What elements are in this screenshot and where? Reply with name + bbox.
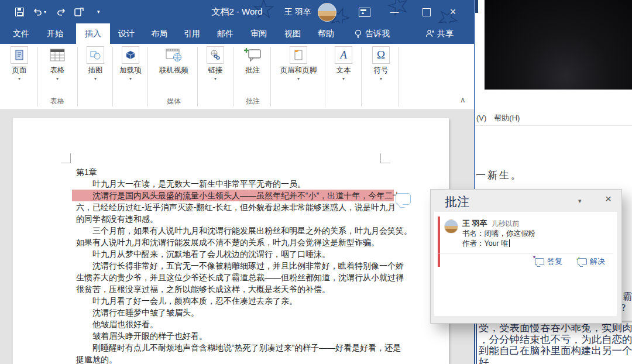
- header-footer-button[interactable]: 页眉和页脚 ▾: [273, 46, 324, 81]
- chevron-down-icon: ▾: [18, 76, 20, 81]
- user-avatar[interactable]: [318, 3, 336, 22]
- document-page[interactable]: 第1章 叶九月大一在读，是无数大一新生中非常平平无奇的一员。 沈谓行是国内风头最…: [13, 118, 449, 364]
- clipped-text-fragment: 霸: [623, 291, 632, 303]
- group-separator: [197, 47, 198, 107]
- online-video-label: 联机视频: [159, 66, 188, 75]
- tab-mailings[interactable]: 邮件: [217, 23, 233, 44]
- document-line[interactable]: 很贫苦，压根没享过福，之所以能够长成这样，大概是老天爷的补偿。: [76, 283, 390, 295]
- tab-layout[interactable]: 布局: [151, 23, 167, 44]
- links-button[interactable]: 链接 ▾: [201, 46, 230, 81]
- document-line[interactable]: 如果有人说叶九月和沈谓行能发展成不清不楚的关系，叶九月会觉得这是新型诈骗。: [76, 236, 390, 248]
- chevron-down-icon: ▾: [342, 76, 345, 81]
- document-line[interactable]: 的同学都没有违和感。: [76, 213, 390, 225]
- symbols-label: 符号: [374, 66, 389, 75]
- text-cursor: [509, 239, 510, 247]
- close-button[interactable]: ×: [445, 0, 461, 23]
- add-ins-button[interactable]: 加载项 ▾: [116, 46, 145, 81]
- background-text-line: 受，受表面慢吞吞小乖兔，实则肉食: [479, 322, 632, 334]
- chevron-down-icon: ▾: [214, 76, 217, 81]
- document-line[interactable]: 叶九月看了好一会儿，颜狗本质，忍不住凑过去亲了亲。: [76, 295, 390, 307]
- tab-help[interactable]: 帮助: [318, 23, 334, 44]
- background-menu-bar[interactable]: (V) 帮助(H): [476, 113, 520, 123]
- share-button[interactable]: 共享: [425, 23, 454, 44]
- document-line[interactable]: 第1章: [76, 166, 390, 178]
- comment-text-line[interactable]: 作者：Your 唯: [462, 239, 510, 249]
- add-in-cube-icon: [122, 46, 139, 64]
- document-line[interactable]: 六，已经经历过红-近乎消声灭迹-翻红-长红，但外貌看起来非常能够迷惑人，说是叶九…: [76, 201, 390, 213]
- background-text-line: 到能自己在脑补里面构建出另一个故: [479, 345, 632, 357]
- comments-panel: 批注 ▾ × 王 羽卒几秒以前 书名：闭嘴，你这假粉 作者：Your 唯 * 答…: [430, 189, 622, 324]
- document-line[interactable]: 沈谓行在睡梦中皱了皱眉头。: [76, 307, 390, 318]
- reply-button[interactable]: * 答复: [535, 256, 562, 267]
- maximize-button[interactable]: [423, 8, 431, 16]
- comment-balloon-icon[interactable]: [396, 193, 411, 205]
- illustrations-label: 插图: [88, 66, 103, 75]
- pages-label: 页面: [12, 66, 27, 75]
- tell-me-label: 告诉我: [365, 23, 390, 44]
- document-text[interactable]: 第1章 叶九月大一在读，是无数大一新生中非常平平无奇的一员。 沈谓行是国内风头最…: [76, 166, 390, 364]
- user-name[interactable]: 王 羽卒: [284, 0, 311, 23]
- symbols-button[interactable]: Ω 符号 ▾: [365, 46, 397, 81]
- document-line-highlighted[interactable]: 沈谓行是国内风头最盛的流量小生领头人——虽然年纪并不“小”，出道十年，今年二十: [72, 190, 394, 201]
- new-comment-label: 批注: [246, 66, 260, 75]
- new-comment-button[interactable]: 批注: [237, 46, 269, 75]
- group-separator: [112, 47, 113, 107]
- title-bar: ☆ ☆ ☆ ☆ ▾ ▾ 文档2 - Word 王 羽卒 — ×: [0, 0, 474, 23]
- document-canvas[interactable]: 第1章 叶九月大一在读，是无数大一新生中非常平平无奇的一员。 沈谓行是国内风头最…: [0, 110, 474, 364]
- document-line[interactable]: 叶九月从梦中醒来，沉默地看了会儿枕边的沈谓行，咽了口唾沫。: [76, 248, 390, 260]
- header-footer-label: 页眉和页脚: [280, 66, 317, 75]
- tab-review[interactable]: 审阅: [250, 23, 267, 44]
- tab-file[interactable]: 文件: [13, 23, 29, 44]
- tab-insert[interactable]: 插入: [76, 23, 110, 44]
- document-line[interactable]: 叶九月大一在读，是无数大一新生中非常平平无奇的一员。: [76, 178, 390, 190]
- person-plus-icon: [425, 29, 434, 38]
- chevron-down-icon: ▾: [380, 76, 382, 81]
- document-line[interactable]: 刚睡醒时有点儿不耐烦地声音含糊地说“热死了别凑过来”的样子——好看是好看，还是: [76, 342, 390, 353]
- collapse-ribbon-icon[interactable]: ∧: [460, 95, 466, 104]
- online-video-icon: [165, 46, 183, 64]
- resolve-bubble-icon: ✓: [578, 258, 587, 265]
- comment-author-avatar: [444, 219, 458, 233]
- background-text-line: ，分分钟结束也不亏，为此自恋的项: [479, 334, 632, 346]
- ribbon-display-options-icon[interactable]: [359, 8, 370, 17]
- shapes-icon: [87, 46, 104, 64]
- text-label: 文本: [336, 66, 351, 75]
- resolve-button[interactable]: ✓ 解决: [578, 256, 605, 267]
- reply-bubble-icon: *: [535, 258, 544, 265]
- link-icon: [207, 46, 224, 64]
- table-button[interactable]: 表格 ▾: [42, 46, 73, 81]
- background-text-block: 受，受表面慢吞吞小乖兔，实则肉食 ，分分钟结束也不亏，为此自恋的项 到能自己在脑…: [479, 322, 632, 364]
- document-line[interactable]: 三个月前，如果有人说叶九月和沈谓行能发展出粉丝和明星之外的关系，叶九月会笑笑。: [76, 225, 390, 236]
- document-line[interactable]: 生惯养大的贵少爷，并且这位少爷还长成了霸道总裁——但粉丝都知道，沈谓行从小就过得: [76, 272, 390, 283]
- comment-text-line[interactable]: 书名：闭嘴，你这假粉: [462, 229, 535, 239]
- document-line[interactable]: 皱着眉头睁开眼的样子也好看。: [76, 330, 390, 342]
- text-selection-bar: [474, 322, 475, 364]
- chevron-down-icon: ▾: [129, 76, 132, 81]
- background-text-line: 一新生。: [476, 169, 523, 182]
- comment-card[interactable]: 王 羽卒几秒以前 书名：闭嘴，你这假粉 作者：Your 唯 * 答复 ✓ 解决: [434, 212, 617, 316]
- clipped-text-fragment: ?: [621, 303, 631, 313]
- online-video-button[interactable]: 联机视频: [150, 46, 197, 75]
- chevron-down-icon[interactable]: ▾: [578, 197, 582, 205]
- document-line[interactable]: 挺尴尬的。: [76, 353, 390, 364]
- group-separator: [147, 47, 148, 107]
- new-comment-icon: [244, 46, 262, 64]
- group-separator: [37, 47, 38, 107]
- illustrations-button[interactable]: 插图 ▾: [81, 46, 110, 81]
- omega-icon: Ω: [372, 46, 390, 64]
- document-line[interactable]: 沈谓行长得非常好，五官无一不像被精雕细琢过，并且比例非常好，瞧着特别像一个娇: [76, 260, 390, 272]
- pages-button[interactable]: 页面 ▾: [4, 46, 35, 81]
- document-line[interactable]: 他皱眉也很好看。: [76, 318, 390, 330]
- tell-me-box[interactable]: 告诉我: [354, 23, 390, 44]
- group-label-media: 媒体: [150, 97, 197, 107]
- add-ins-label: 加载项: [119, 66, 142, 75]
- tab-home[interactable]: 开始: [47, 23, 63, 44]
- text-button[interactable]: A 文本 ▾: [328, 46, 359, 81]
- tab-design[interactable]: 设计: [118, 23, 135, 44]
- window-title: 文档2 - Word: [0, 0, 474, 23]
- tab-references[interactable]: 引用: [184, 23, 200, 44]
- minimize-button[interactable]: —: [386, 0, 403, 23]
- group-separator: [233, 47, 233, 107]
- tab-view[interactable]: 视图: [284, 23, 301, 44]
- close-icon[interactable]: ×: [605, 193, 612, 205]
